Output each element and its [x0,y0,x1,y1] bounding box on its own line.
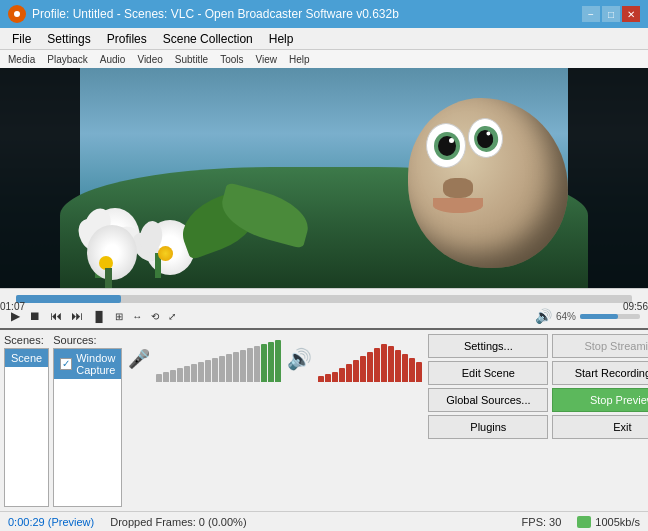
meter-bar-l-6 [191,364,197,382]
left-buttons-section: Settings... Edit Scene Global Sources...… [428,334,548,507]
meter-bar-r-3 [332,372,338,382]
microphone-icon: 🎤 [128,348,150,370]
eye-left-iris [434,132,460,160]
maximize-button[interactable]: □ [602,6,620,22]
vlc-volume-fill [580,314,618,319]
title-bar: Profile: Untitled - Scenes: VLC - Open B… [0,0,648,28]
vlc-menu-playback[interactable]: Playback [43,54,92,65]
vlc-btn6[interactable]: ⊞ [112,310,126,323]
menu-scene-collection[interactable]: Scene Collection [155,30,261,48]
scenes-list: Scene [4,348,49,507]
kbps-indicator [577,516,591,528]
right-buttons-section: Stop Streaming Start Recording ▼ Stop Pr… [552,334,648,507]
meter-bar-l-11 [226,354,232,382]
window-controls: − □ ✕ [582,6,640,22]
meter-bar-r-1 [318,376,324,382]
volume-icon: 🔊 [535,308,552,324]
minimize-button[interactable]: − [582,6,600,22]
eye-left-white [426,123,466,168]
vlc-menu-view[interactable]: View [252,54,282,65]
sources-panel: Sources: ✓ Window Capture [53,334,122,507]
meter-bar-l-17 [268,342,274,382]
eye-left-pupil [438,136,456,156]
main-content: Media Playback Audio Video Subtitle Tool… [0,50,648,531]
vlc-progress-fill [16,295,121,303]
meter-bar-l-9 [212,358,218,382]
scene-item-0[interactable]: Scene [5,349,48,367]
source-label-0: Window Capture [76,352,115,376]
eye-right-highlight [486,131,491,136]
vlc-stop-button[interactable]: ⏹ [26,308,44,324]
creature [408,98,568,268]
status-dropped: Dropped Frames: 0 (0.00%) [110,516,246,528]
vlc-menu-help[interactable]: Help [285,54,314,65]
vlc-btn9[interactable]: ⤢ [165,310,179,323]
status-kbps: 1005kb/s [577,516,640,528]
flower-front [85,213,140,288]
scenes-panel: Scenes: Scene [4,334,49,507]
vlc-next-button[interactable]: ⏭ [68,308,86,324]
eye-right-iris [472,124,499,153]
vlc-menu-tools[interactable]: Tools [216,54,247,65]
vlc-progress-bar[interactable] [16,295,632,303]
vlc-btn7[interactable]: ↔ [129,310,145,323]
status-fps: FPS: 30 [522,516,562,528]
menu-profiles[interactable]: Profiles [99,30,155,48]
vlc-btn8[interactable]: ⟲ [148,310,162,323]
meter-bar-l-4 [177,368,183,382]
settings-button[interactable]: Settings... [428,334,548,358]
eye-left-highlight [449,138,454,143]
vlc-volume-bar[interactable] [580,314,640,319]
meter-bar-r-14 [409,358,415,382]
left-meter [156,340,281,382]
svg-point-1 [14,11,20,17]
meter-bar-l-3 [170,370,176,382]
stop-preview-button[interactable]: Stop Preview [552,388,648,412]
flower-center-2 [158,246,173,261]
menu-help[interactable]: Help [261,30,302,48]
status-bar: 0:00:29 (Preview) Dropped Frames: 0 (0.0… [0,511,648,531]
stop-streaming-button[interactable]: Stop Streaming [552,334,648,358]
start-recording-button[interactable]: Start Recording [553,362,648,384]
eye-right-white [465,116,505,160]
meter-bar-r-2 [325,374,331,382]
scenes-label: Scenes: [4,334,49,346]
check-mark-icon: ✓ [62,359,70,369]
vlc-time-total: 09:56 [623,301,648,312]
menu-settings[interactable]: Settings [39,30,98,48]
vlc-prev-button[interactable]: ⏮ [47,308,65,324]
edit-scene-button[interactable]: Edit Scene [428,361,548,385]
audio-section: 🎤 [126,334,424,507]
global-sources-button[interactable]: Global Sources... [428,388,548,412]
vlc-time-current: 01:07 [0,301,25,312]
vlc-container: Media Playback Audio Video Subtitle Tool… [0,50,648,330]
menu-bar: File Settings Profiles Scene Collection … [0,28,648,50]
sources-list: ✓ Window Capture [53,348,122,507]
menu-file[interactable]: File [4,30,39,48]
meter-bar-r-11 [388,346,394,382]
plugins-button[interactable]: Plugins [428,415,548,439]
vlc-menubar: Media Playback Audio Video Subtitle Tool… [0,50,648,68]
meter-bar-r-15 [416,362,422,382]
vlc-menu-subtitle[interactable]: Subtitle [171,54,212,65]
close-button[interactable]: ✕ [622,6,640,22]
mouth [433,198,483,213]
meter-bar-r-9 [374,348,380,382]
kbps-value: 1005kb/s [595,516,640,528]
vlc-menu-audio[interactable]: Audio [96,54,130,65]
meter-bar-l-7 [198,362,204,382]
exit-button[interactable]: Exit [552,415,648,439]
source-item-0[interactable]: ✓ Window Capture [54,349,121,379]
meter-bar-r-4 [339,368,345,382]
creature-head [408,98,568,268]
vlc-menu-video[interactable]: Video [133,54,166,65]
vlc-btn5[interactable]: ▐▌ [89,310,109,323]
meter-bar-l-16 [261,344,267,382]
meter-bar-l-18 [275,340,281,382]
source-checkbox-0[interactable]: ✓ [60,358,72,370]
start-recording-group: Start Recording ▼ [552,361,648,385]
vlc-menu-media[interactable]: Media [4,54,39,65]
right-meter [318,344,422,382]
meter-bar-l-14 [247,348,253,382]
meter-bar-r-7 [360,356,366,382]
